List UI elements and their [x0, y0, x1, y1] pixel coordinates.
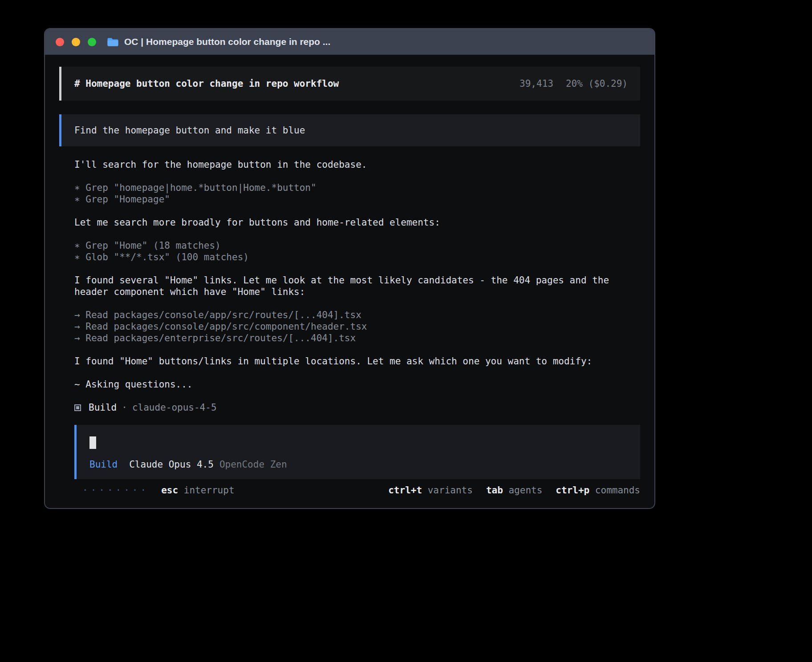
user-message-text: Find the homepage button and make it blu… — [74, 125, 305, 136]
status-bar: ········ esc interrupt ctrl+t variants t… — [74, 484, 640, 496]
agent-status-line: Build · claude-opus-4-5 — [74, 402, 640, 413]
label-variants: variants — [428, 485, 473, 496]
label-agents: agents — [508, 485, 542, 496]
prompt-input[interactable]: Build Claude Opus 4.5 OpenCode Zen — [74, 425, 640, 479]
tool-call-grep: ∗ Grep "homepage|home.*button|Home.*butt… — [74, 182, 640, 194]
agent-separator: · — [122, 402, 127, 413]
model-row: Build Claude Opus 4.5 OpenCode Zen — [89, 459, 628, 470]
input-agent-mode[interactable]: Build — [89, 459, 118, 470]
assistant-text: I found several "Home" links. Let me loo… — [74, 274, 640, 298]
status-bar-left: ········ esc interrupt — [82, 484, 235, 496]
agent-model: claude-opus-4-5 — [132, 402, 217, 413]
tool-call-group: ∗ Grep "Home" (18 matches) ∗ Glob "**/*.… — [74, 240, 640, 263]
session-header: # Homepage button color change in repo w… — [59, 67, 640, 101]
progress-dots: ········ — [82, 484, 149, 496]
key-tab: tab — [486, 485, 503, 496]
text-cursor — [89, 436, 96, 449]
tool-call-grep: ∗ Grep "Homepage" — [74, 194, 640, 205]
tool-call-grep: ∗ Grep "Home" (18 matches) — [74, 240, 640, 251]
folder-icon — [107, 37, 119, 47]
hint-variants: ctrl+t variants — [388, 484, 473, 496]
tool-call-glob: ∗ Glob "**/*.tsx" (100 matches) — [74, 251, 640, 263]
session-content: # Homepage button color change in repo w… — [45, 55, 654, 496]
status-bar-right: ctrl+t variants tab agents ctrl+p comman… — [388, 484, 640, 496]
status-asking-questions: ~ Asking questions... — [74, 379, 640, 390]
assistant-text: I'll search for the homepage button in t… — [74, 159, 640, 170]
input-model-name[interactable]: Claude Opus 4.5 — [129, 459, 214, 470]
tool-call-read: → Read packages/console/app/src/componen… — [74, 321, 640, 332]
input-model-provider: OpenCode Zen — [219, 459, 287, 470]
user-message: Find the homepage button and make it blu… — [59, 114, 640, 146]
tool-call-group: ∗ Grep "homepage|home.*button|Home.*butt… — [74, 182, 640, 205]
tool-call-read: → Read packages/enterprise/src/routes/[.… — [74, 332, 640, 344]
context-usage: 20% ($0.29) — [566, 78, 628, 89]
session-stats: 39,413 20% ($0.29) — [520, 78, 628, 89]
assistant-transcript: I'll search for the homepage button in t… — [59, 159, 640, 496]
session-title: # Homepage button color change in repo w… — [74, 78, 339, 89]
label-interrupt: interrupt — [184, 485, 235, 496]
token-count: 39,413 — [520, 78, 553, 89]
assistant-text: Let me search more broadly for buttons a… — [74, 217, 640, 228]
traffic-lights — [56, 38, 96, 46]
tool-call-read: → Read packages/console/app/src/routes/[… — [74, 309, 640, 321]
key-ctrl-t: ctrl+t — [388, 485, 422, 496]
key-ctrl-p: ctrl+p — [556, 485, 589, 496]
key-esc: esc — [161, 485, 178, 496]
hint-commands: ctrl+p commands — [556, 484, 640, 496]
hint-agents: tab agents — [486, 484, 542, 496]
label-commands: commands — [595, 485, 640, 496]
terminal-window: OC | Homepage button color change in rep… — [44, 28, 655, 509]
maximize-button[interactable] — [88, 38, 96, 46]
agent-name: Build — [89, 402, 117, 413]
close-button[interactable] — [56, 38, 64, 46]
minimize-button[interactable] — [72, 38, 80, 46]
window-title: OC | Homepage button color change in rep… — [124, 36, 330, 47]
hint-interrupt: esc interrupt — [161, 484, 234, 496]
tool-call-group: → Read packages/console/app/src/routes/[… — [74, 309, 640, 344]
agent-icon — [74, 404, 81, 411]
assistant-text: I found "Home" buttons/links in multiple… — [74, 355, 640, 367]
title-bar: OC | Homepage button color change in rep… — [45, 29, 654, 55]
